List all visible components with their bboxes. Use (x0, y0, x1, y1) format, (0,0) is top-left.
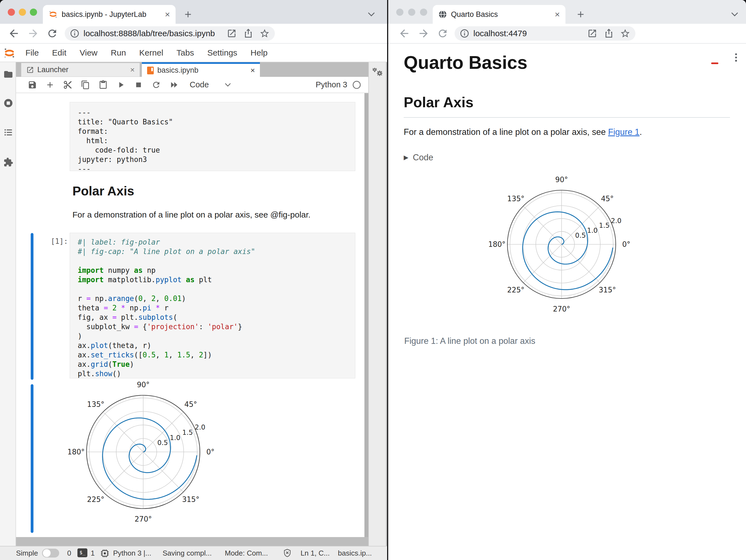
code-token (108, 304, 113, 312)
extension-manager-icon[interactable] (3, 157, 13, 167)
browser-tabstrip-2: Quarto Basics × (388, 0, 746, 24)
mode-indicator[interactable]: Mode: Com... (225, 549, 268, 558)
new-tab-icon[interactable] (183, 9, 193, 19)
launcher-tab-close-icon[interactable]: × (127, 66, 135, 74)
code-line: import matplotlib.pyplot as plt (78, 275, 347, 285)
cursor-position[interactable]: Ln 1, C... (300, 549, 330, 558)
tab-search-chevron-icon[interactable] (367, 11, 375, 18)
kebab-menu-icon-2[interactable] (730, 51, 742, 64)
window-minimize-button-inactive[interactable] (408, 8, 415, 16)
window-close-button[interactable] (8, 8, 15, 16)
browser-tab-2[interactable]: Quarto Basics × (433, 5, 566, 24)
tab-notebook[interactable]: basics.ipynb × (142, 64, 260, 77)
forward-icon-2[interactable] (418, 27, 430, 39)
address-bar-2[interactable]: localhost:4479 (455, 26, 635, 41)
tab-search-chevron-icon-2[interactable] (730, 11, 739, 18)
address-bar[interactable]: localhost:8888/lab/tree/basics.ipynb (65, 26, 275, 41)
tab-close-icon[interactable]: × (162, 10, 170, 19)
share-icon-2[interactable] (604, 28, 614, 38)
code-token: pyplot (156, 275, 182, 284)
tab-launcher[interactable]: Launcher × (21, 63, 140, 77)
menu-settings[interactable]: Settings (207, 48, 237, 58)
window-zoom-button-inactive[interactable] (420, 8, 427, 16)
menu-tabs[interactable]: Tabs (176, 48, 194, 58)
kernel-chip-icon[interactable] (100, 549, 110, 558)
browser-tab-title: basics.ipynb - JupyterLab (62, 10, 146, 19)
reload-icon-2[interactable] (437, 28, 449, 39)
menu-edit[interactable]: Edit (52, 48, 66, 58)
back-icon-2[interactable] (398, 27, 410, 39)
trust-shield-icon[interactable] (283, 549, 292, 558)
terminal-count[interactable]: 0 (67, 549, 71, 558)
url-text[interactable]: localhost:8888/lab/tree/basics.ipynb (84, 29, 215, 38)
share-icon[interactable] (243, 28, 253, 38)
notebook-scrollbar[interactable] (365, 93, 368, 537)
code-token: 'projection' (147, 323, 199, 331)
bookmark-star-icon-2[interactable] (620, 28, 630, 39)
disclosure-triangle-icon: ▶ (404, 154, 408, 161)
terminal-badge-icon[interactable]: $_ (78, 549, 87, 557)
new-tab-icon-2[interactable] (576, 9, 585, 19)
notebook-tab-close-icon[interactable]: × (248, 67, 255, 75)
kernel-name[interactable]: Python 3 (316, 80, 347, 89)
file-browser-icon[interactable] (3, 69, 13, 79)
input-collapser[interactable] (31, 233, 33, 380)
yaml-frontmatter-cell[interactable]: ---title: "Quarto Basics"format: html: c… (70, 102, 355, 171)
window-minimize-button[interactable] (19, 8, 26, 16)
open-in-new-icon[interactable] (227, 28, 237, 38)
cut-cell-icon[interactable] (63, 80, 73, 90)
property-inspector-gears-icon[interactable] (371, 67, 384, 79)
tab-close-icon-2[interactable]: × (552, 10, 560, 19)
figure-1-link[interactable]: Figure 1 (608, 127, 639, 137)
save-icon[interactable] (28, 80, 37, 90)
table-of-contents-icon[interactable] (3, 127, 13, 137)
menu-kernel[interactable]: Kernel (139, 48, 164, 58)
bookmark-star-icon[interactable] (259, 28, 270, 39)
restart-kernel-icon[interactable] (151, 80, 161, 90)
browser-tab[interactable]: basics.ipynb - JupyterLab × (43, 5, 176, 24)
site-info-icon[interactable] (70, 28, 80, 38)
run-cell-icon[interactable] (116, 80, 125, 90)
running-sessions-icon[interactable] (3, 98, 13, 108)
jupyter-favicon (48, 10, 58, 19)
code-fold-toggle[interactable]: ▶ Code (404, 153, 433, 163)
cell-type-chevron-icon[interactable] (224, 82, 231, 88)
code-cell-source[interactable]: #| label: fig-polar#| fig-cap: "A line p… (70, 233, 355, 378)
back-icon[interactable] (8, 27, 20, 39)
cell-type-select[interactable]: Code (190, 80, 209, 89)
paste-cell-icon[interactable] (98, 80, 108, 90)
window-zoom-button[interactable] (30, 8, 37, 16)
yaml-line: code-fold: true (78, 145, 347, 155)
menu-run[interactable]: Run (111, 48, 126, 58)
url-text-2[interactable]: localhost:4479 (474, 29, 527, 38)
menu-file[interactable]: File (25, 48, 39, 58)
stop-kernel-icon[interactable] (134, 80, 143, 90)
output-collapser[interactable] (31, 384, 33, 533)
code-token: 2 (151, 294, 156, 303)
add-cell-icon[interactable] (45, 80, 55, 90)
simple-mode-toggle[interactable] (42, 549, 59, 558)
reload-icon[interactable] (47, 28, 58, 39)
site-info-icon-2[interactable] (460, 28, 469, 38)
window-close-button-inactive[interactable] (396, 8, 403, 16)
open-in-new-icon-2[interactable] (587, 28, 597, 38)
restart-run-all-icon[interactable] (169, 80, 179, 90)
code-token: plt (195, 275, 212, 284)
r-tick-label: 1.0 (587, 227, 598, 234)
kernel-status-icon[interactable] (352, 81, 361, 89)
menu-help[interactable]: Help (251, 48, 268, 58)
theta-tick-label: 45° (184, 400, 197, 409)
code-token: #| fig-cap: "A line plot on a polar axis… (78, 247, 255, 256)
menu-view[interactable]: View (80, 48, 97, 58)
code-line (78, 285, 347, 294)
code-token: = (112, 313, 117, 321)
kernel-count[interactable]: 1 (91, 549, 94, 558)
forward-icon[interactable] (27, 27, 39, 39)
code-line: #| fig-cap: "A line plot on a polar axis… (78, 247, 347, 256)
code-token: } (238, 323, 242, 331)
copy-cell-icon[interactable] (81, 80, 90, 90)
kernel-status-text[interactable]: Python 3 |... (113, 549, 151, 558)
theta-tick-label: 135° (87, 400, 105, 409)
theta-tick-label: 315° (599, 286, 616, 294)
theta-tick-label: 180° (67, 448, 85, 456)
